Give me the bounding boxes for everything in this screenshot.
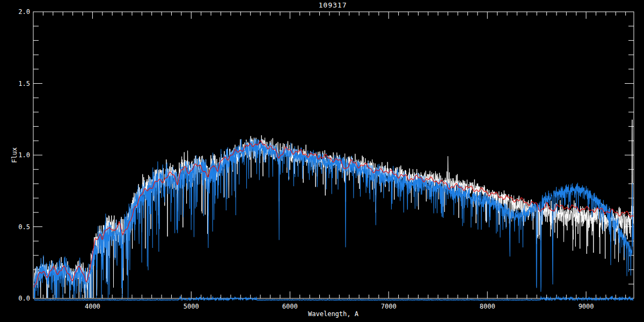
y-tick-label: 0.0 <box>18 295 30 302</box>
x-tick-label: 8000 <box>480 303 495 310</box>
y-tick-label: 0.5 <box>18 223 30 231</box>
x-tick-label: 6000 <box>282 303 298 310</box>
spectrum-plot-window: 4000500060007000800090000.00.51.01.52.0 … <box>0 0 644 322</box>
spectrum-chart: 4000500060007000800090000.00.51.01.52.0 … <box>0 0 644 322</box>
chart-title: 109317 <box>319 1 347 9</box>
y-tick-label: 1.5 <box>18 80 30 87</box>
y-axis-label: Flux <box>11 148 18 163</box>
y-tick-label: 1.0 <box>18 151 30 159</box>
y-tick-label: 2.0 <box>18 8 30 16</box>
x-axis-label: Wavelength, A <box>308 310 359 318</box>
x-tick-label: 7000 <box>381 303 397 310</box>
x-tick-label: 5000 <box>184 303 199 310</box>
x-tick-label: 4000 <box>85 303 100 310</box>
x-tick-label: 9000 <box>579 303 594 310</box>
